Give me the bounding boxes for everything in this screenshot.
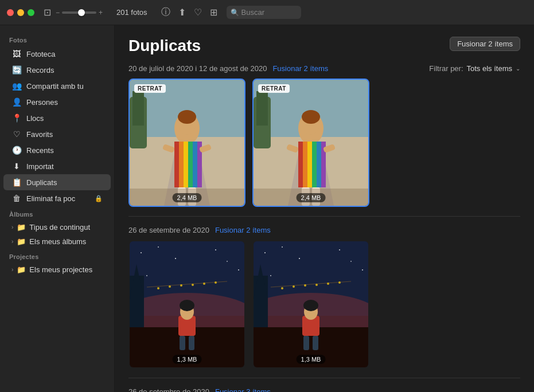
- photo-badge-1: RETRAT: [134, 84, 166, 93]
- expand-arrow-projectes: ›: [11, 266, 13, 273]
- importat-icon: ⬇: [11, 161, 22, 171]
- photo-card-2[interactable]: RETRAT 2,4 MB: [252, 79, 369, 207]
- sidebar-item-persones[interactable]: 👤 Persones: [3, 94, 111, 110]
- filter-label: Filtrar per:: [429, 64, 463, 73]
- page-header: Duplicats Fusionar 2 ítems: [128, 37, 520, 55]
- svg-rect-7: [179, 142, 184, 187]
- compartit-icon: 👥: [11, 81, 22, 91]
- sidebar-item-importat[interactable]: ⬇ Importat: [3, 158, 111, 174]
- svg-point-47: [238, 269, 239, 271]
- sidebar-label-projectes: Els meus projectes: [29, 265, 92, 274]
- sidebar-label-fototeca: Fototeca: [26, 50, 103, 58]
- group2-merge-link[interactable]: Fusionar 2 ítems: [215, 226, 271, 234]
- photo-image-2: [254, 80, 368, 206]
- svg-point-79: [281, 287, 283, 289]
- svg-rect-64: [180, 336, 185, 350]
- photo-badge-2: RETRAT: [258, 84, 290, 93]
- svg-point-41: [141, 252, 142, 253]
- sidebar-item-recents[interactable]: 🕐 Recents: [3, 142, 111, 158]
- expand-arrow-tipus: ›: [11, 224, 13, 230]
- group3-merge-link[interactable]: Fusionar 3 ítems: [215, 387, 271, 392]
- sidebar-label-meus-albums: Els meus àlbums: [29, 237, 86, 246]
- photo-size-1: 2,4 MB: [173, 193, 202, 202]
- svg-rect-6: [174, 142, 179, 187]
- sidebar-section-albums: Àlbums: [0, 206, 114, 220]
- sidebar-item-favorits[interactable]: ♡ Favorits: [3, 126, 111, 142]
- svg-point-82: [315, 284, 318, 286]
- group3-header: 26 de setembre de 2020 Fusionar 3 ítems: [128, 387, 520, 392]
- maximize-button[interactable]: [28, 9, 34, 16]
- projectes-icon: 📁: [17, 265, 26, 274]
- svg-point-46: [146, 275, 147, 276]
- photo-image-1: [130, 80, 244, 206]
- svg-rect-93: [313, 336, 318, 350]
- svg-point-53: [180, 284, 182, 287]
- photo-card-3[interactable]: 1,3 MB: [128, 240, 245, 369]
- titlebar-action-icons: ⓘ ⬆ ♡ ⊞: [161, 6, 217, 18]
- sidebar-expand-projectes[interactable]: › 📁 Els meus projectes: [3, 262, 111, 277]
- zoom-minus-icon: −: [56, 9, 60, 17]
- svg-point-83: [327, 283, 329, 285]
- merge-all-button[interactable]: Fusionar 2 ítems: [450, 37, 520, 51]
- lock-icon: 🔒: [95, 195, 103, 202]
- search-input[interactable]: [227, 6, 301, 19]
- sidebar-expand-tipus[interactable]: › 📁 Tipus de contingut: [3, 220, 111, 234]
- info-icon[interactable]: ⓘ: [161, 6, 170, 18]
- sidebar: Fotos 🖼 Fototeca 🔄 Records 👥 Compartit a…: [0, 25, 115, 392]
- grid-icon[interactable]: ⊞: [210, 7, 217, 18]
- group1-header: 20 de juliol de 2020 i 12 de agost de 20…: [128, 64, 520, 73]
- traffic-lights: [7, 9, 34, 16]
- svg-point-54: [192, 284, 194, 286]
- close-button[interactable]: [7, 9, 14, 16]
- expand-arrow-meus-albums: ›: [11, 238, 13, 245]
- llocs-icon: 📍: [11, 113, 22, 123]
- svg-point-69: [264, 252, 266, 253]
- search-wrapper[interactable]: 🔍: [227, 6, 301, 19]
- svg-rect-27: [307, 142, 312, 187]
- svg-point-81: [304, 284, 306, 287]
- filter-area: Filtrar per: Tots els ítems ⌄: [429, 64, 520, 73]
- zoom-slider[interactable]: − +: [56, 9, 103, 17]
- photo-size-2: 2,4 MB: [297, 193, 326, 202]
- group1-photo-grid: RETRAT 2,4 MB: [128, 79, 520, 207]
- slider-thumb: [78, 9, 85, 16]
- sidebar-label-persones: Persones: [26, 98, 103, 107]
- svg-point-91: [303, 300, 318, 311]
- svg-rect-28: [312, 142, 317, 187]
- photo-card-4[interactable]: 1,3 MB: [252, 240, 369, 369]
- heart-icon[interactable]: ♡: [194, 7, 202, 18]
- titlebar: ⊡ − + 201 fotos ⓘ ⬆ ♡ ⊞ 🔍: [0, 0, 534, 25]
- minimize-button[interactable]: [17, 9, 24, 16]
- sidebar-label-compartit: Compartit amb tu: [26, 82, 103, 91]
- sidebar-expand-meus-albums[interactable]: › 📁 Els meus àlbums: [3, 234, 111, 249]
- svg-rect-9: [188, 142, 193, 187]
- filter-chevron-icon: ⌄: [516, 65, 520, 72]
- layout-icon[interactable]: ⊡: [44, 7, 51, 18]
- sidebar-item-eliminat[interactable]: 🗑 Eliminat fa poc 🔒: [3, 190, 111, 206]
- photo-size-4: 1,3 MB: [297, 355, 326, 364]
- page-title: Duplicats: [128, 37, 201, 55]
- sidebar-label-llocs: Llocs: [26, 114, 103, 123]
- sidebar-item-llocs[interactable]: 📍 Llocs: [3, 110, 111, 126]
- photo-card-1[interactable]: RETRAT 2,4 MB: [128, 79, 245, 207]
- svg-point-45: [227, 261, 228, 262]
- sidebar-label-recents: Recents: [26, 146, 103, 155]
- records-icon: 🔄: [11, 65, 22, 75]
- svg-point-55: [203, 283, 205, 285]
- sidebar-label-tipus: Tipus de contingut: [29, 223, 90, 232]
- svg-point-75: [362, 269, 363, 271]
- sidebar-item-duplicats[interactable]: 📋 Duplicats: [3, 174, 111, 190]
- sidebar-item-fototeca[interactable]: 🖼 Fototeca: [3, 46, 111, 62]
- photo-image-3: [130, 241, 244, 367]
- svg-point-42: [158, 246, 159, 248]
- group1-merge-link[interactable]: Fusionar 2 ítems: [272, 64, 328, 73]
- share-icon[interactable]: ⬆: [178, 7, 186, 18]
- svg-rect-26: [303, 142, 307, 187]
- filter-value[interactable]: Tots els ítems: [467, 64, 512, 73]
- zoom-plus-icon: +: [99, 9, 103, 17]
- sidebar-item-compartit[interactable]: 👥 Compartit amb tu: [3, 78, 111, 94]
- sidebar-section-projectes: Projectes: [0, 249, 114, 262]
- sidebar-item-records[interactable]: 🔄 Records: [3, 62, 111, 78]
- svg-rect-8: [184, 142, 188, 187]
- sidebar-label-eliminat: Eliminat fa poc: [26, 194, 90, 203]
